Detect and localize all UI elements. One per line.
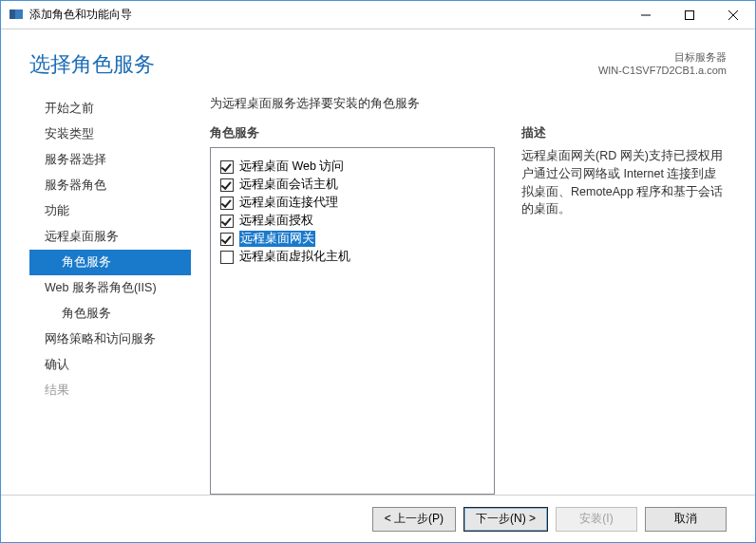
description-label: 描述	[521, 125, 727, 141]
install-button: 安装(I)	[556, 507, 637, 532]
maximize-button[interactable]	[668, 1, 711, 29]
svg-rect-1	[9, 9, 15, 19]
minimize-button[interactable]	[624, 1, 668, 29]
service-item[interactable]: 远程桌面 Web 访问	[220, 158, 484, 176]
service-item[interactable]: 远程桌面虚拟化主机	[220, 248, 484, 266]
service-item[interactable]: 远程桌面授权	[220, 212, 484, 230]
sidebar-item: 结果	[29, 378, 191, 403]
sidebar-item[interactable]: 网络策略和访问服务	[29, 327, 191, 352]
next-button[interactable]: 下一步(N) >	[463, 507, 548, 532]
window-title: 添加角色和功能向导	[29, 7, 624, 23]
checkbox-icon[interactable]	[220, 160, 234, 174]
content-prompt: 为远程桌面服务选择要安装的角色服务	[210, 96, 727, 112]
sidebar-item[interactable]: 安装类型	[29, 122, 191, 147]
checkbox-icon[interactable]	[220, 251, 234, 264]
checkbox-icon[interactable]	[220, 178, 234, 192]
footer: < 上一步(P) 下一步(N) > 安装(I) 取消	[1, 495, 755, 542]
sidebar-item[interactable]: Web 服务器角色(IIS)	[29, 275, 191, 301]
sidebar-item[interactable]: 角色服务	[29, 250, 191, 275]
target-server-label: 目标服务器	[598, 50, 727, 65]
service-label: 远程桌面连接代理	[239, 195, 338, 211]
cancel-button[interactable]: 取消	[645, 507, 727, 532]
target-server-name: WIN-C1SVF7D2CB1.a.com	[598, 65, 727, 76]
description-text: 远程桌面网关(RD 网关)支持已授权用户通过公司网络或 Internet 连接到…	[521, 147, 727, 218]
service-label: 远程桌面虚拟化主机	[239, 249, 350, 265]
header: 选择角色服务 目标服务器 WIN-C1SVF7D2CB1.a.com	[1, 29, 755, 96]
services-column: 角色服务 远程桌面 Web 访问远程桌面会话主机远程桌面连接代理远程桌面授权远程…	[210, 125, 495, 495]
service-label: 远程桌面网关	[239, 231, 315, 247]
window-controls	[624, 1, 755, 29]
titlebar: 添加角色和功能向导	[1, 1, 755, 29]
svg-rect-3	[686, 10, 694, 19]
sidebar-item[interactable]: 远程桌面服务	[29, 224, 191, 250]
content-columns: 角色服务 远程桌面 Web 访问远程桌面会话主机远程桌面连接代理远程桌面授权远程…	[210, 125, 727, 495]
service-label: 远程桌面 Web 访问	[239, 159, 344, 175]
checkbox-icon[interactable]	[220, 233, 234, 246]
wizard-window: 添加角色和功能向导 选择角色服务 目标服务器 WIN-C1SVF7D2CB1.a…	[0, 0, 756, 543]
previous-button[interactable]: < 上一步(P)	[372, 507, 456, 532]
body: 开始之前安装类型服务器选择服务器角色功能远程桌面服务角色服务Web 服务器角色(…	[1, 96, 755, 495]
page-title: 选择角色服务	[29, 50, 155, 79]
content: 为远程桌面服务选择要安装的角色服务 角色服务 远程桌面 Web 访问远程桌面会话…	[191, 96, 755, 495]
services-label: 角色服务	[210, 125, 495, 141]
sidebar: 开始之前安装类型服务器选择服务器角色功能远程桌面服务角色服务Web 服务器角色(…	[1, 96, 191, 495]
sidebar-item[interactable]: 服务器角色	[29, 173, 191, 198]
checkbox-icon[interactable]	[220, 215, 234, 228]
sidebar-item[interactable]: 开始之前	[29, 96, 191, 122]
checkbox-icon[interactable]	[220, 197, 234, 210]
close-button[interactable]	[711, 1, 755, 29]
service-item[interactable]: 远程桌面会话主机	[220, 176, 484, 194]
description-column: 描述 远程桌面网关(RD 网关)支持已授权用户通过公司网络或 Internet …	[521, 125, 727, 495]
services-listbox[interactable]: 远程桌面 Web 访问远程桌面会话主机远程桌面连接代理远程桌面授权远程桌面网关远…	[210, 147, 495, 495]
service-item[interactable]: 远程桌面连接代理	[220, 194, 484, 212]
service-label: 远程桌面会话主机	[239, 177, 338, 193]
app-icon	[9, 8, 24, 23]
service-item[interactable]: 远程桌面网关	[220, 230, 484, 248]
sidebar-item[interactable]: 功能	[29, 198, 191, 224]
sidebar-item[interactable]: 角色服务	[29, 301, 191, 327]
sidebar-item[interactable]: 确认	[29, 352, 191, 378]
sidebar-item[interactable]: 服务器选择	[29, 147, 191, 173]
target-server-info: 目标服务器 WIN-C1SVF7D2CB1.a.com	[598, 50, 727, 76]
service-label: 远程桌面授权	[239, 213, 313, 229]
